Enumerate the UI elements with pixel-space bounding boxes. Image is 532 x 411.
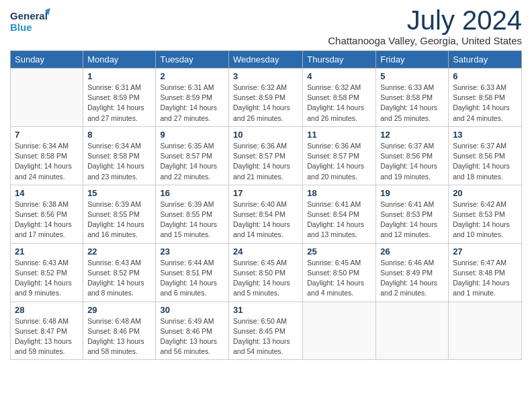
calendar-day-cell bbox=[376, 302, 449, 360]
day-number: 23 bbox=[160, 246, 224, 257]
weekday-header: Saturday bbox=[449, 51, 522, 68]
calendar-day-cell: 23Sunrise: 6:44 AM Sunset: 8:51 PM Dayli… bbox=[156, 243, 229, 302]
month-title: July 2024 bbox=[328, 7, 522, 34]
day-number: 14 bbox=[15, 188, 79, 198]
title-block: July 2024 Chattanooga Valley, Georgia, U… bbox=[328, 7, 522, 46]
day-info: Sunrise: 6:41 AM Sunset: 8:54 PM Dayligh… bbox=[307, 199, 371, 240]
day-number: 12 bbox=[380, 130, 444, 140]
day-info: Sunrise: 6:34 AM Sunset: 8:58 PM Dayligh… bbox=[87, 141, 151, 182]
location: Chattanooga Valley, Georgia, United Stat… bbox=[328, 35, 522, 46]
day-info: Sunrise: 6:40 AM Sunset: 8:54 PM Dayligh… bbox=[233, 199, 298, 240]
day-info: Sunrise: 6:41 AM Sunset: 8:53 PM Dayligh… bbox=[380, 199, 444, 240]
calendar-day-cell: 13Sunrise: 6:37 AM Sunset: 8:56 PM Dayli… bbox=[449, 126, 522, 185]
day-info: Sunrise: 6:31 AM Sunset: 8:59 PM Dayligh… bbox=[87, 83, 151, 124]
calendar-day-cell: 5Sunrise: 6:33 AM Sunset: 8:58 PM Daylig… bbox=[376, 68, 449, 127]
day-info: Sunrise: 6:39 AM Sunset: 8:55 PM Dayligh… bbox=[87, 199, 151, 240]
day-info: Sunrise: 6:48 AM Sunset: 8:46 PM Dayligh… bbox=[87, 316, 151, 357]
calendar-day-cell: 7Sunrise: 6:34 AM Sunset: 8:58 PM Daylig… bbox=[11, 126, 83, 185]
day-info: Sunrise: 6:35 AM Sunset: 8:57 PM Dayligh… bbox=[160, 141, 224, 182]
day-number: 1 bbox=[87, 71, 151, 81]
logo: General Blue bbox=[10, 7, 50, 36]
calendar-day-cell: 22Sunrise: 6:43 AM Sunset: 8:52 PM Dayli… bbox=[83, 243, 156, 302]
calendar-week-row: 14Sunrise: 6:38 AM Sunset: 8:56 PM Dayli… bbox=[11, 185, 522, 243]
day-number: 17 bbox=[233, 188, 298, 198]
calendar-day-cell: 15Sunrise: 6:39 AM Sunset: 8:55 PM Dayli… bbox=[83, 185, 156, 243]
calendar-week-row: 1Sunrise: 6:31 AM Sunset: 8:59 PM Daylig… bbox=[11, 68, 522, 127]
calendar-day-cell: 2Sunrise: 6:31 AM Sunset: 8:59 PM Daylig… bbox=[156, 68, 229, 127]
calendar-day-cell: 9Sunrise: 6:35 AM Sunset: 8:57 PM Daylig… bbox=[156, 126, 229, 185]
calendar-day-cell: 12Sunrise: 6:37 AM Sunset: 8:56 PM Dayli… bbox=[376, 126, 449, 185]
day-number: 21 bbox=[15, 246, 79, 257]
day-number: 20 bbox=[453, 188, 517, 198]
day-info: Sunrise: 6:38 AM Sunset: 8:56 PM Dayligh… bbox=[15, 199, 79, 240]
day-info: Sunrise: 6:37 AM Sunset: 8:56 PM Dayligh… bbox=[453, 141, 517, 182]
day-number: 19 bbox=[380, 188, 444, 198]
calendar-day-cell: 6Sunrise: 6:33 AM Sunset: 8:58 PM Daylig… bbox=[449, 68, 522, 127]
day-info: Sunrise: 6:33 AM Sunset: 8:58 PM Dayligh… bbox=[453, 83, 517, 124]
day-number: 3 bbox=[233, 71, 298, 81]
calendar-day-cell bbox=[11, 68, 83, 127]
day-number: 25 bbox=[307, 246, 371, 257]
day-number: 10 bbox=[233, 130, 298, 140]
weekday-header: Sunday bbox=[11, 51, 83, 68]
day-number: 5 bbox=[380, 71, 444, 81]
day-number: 18 bbox=[307, 188, 371, 198]
day-number: 13 bbox=[453, 130, 517, 140]
calendar-day-cell bbox=[303, 302, 376, 360]
day-info: Sunrise: 6:43 AM Sunset: 8:52 PM Dayligh… bbox=[87, 258, 151, 299]
day-info: Sunrise: 6:45 AM Sunset: 8:50 PM Dayligh… bbox=[233, 258, 298, 299]
day-info: Sunrise: 6:42 AM Sunset: 8:53 PM Dayligh… bbox=[453, 199, 517, 240]
day-number: 4 bbox=[307, 71, 371, 81]
day-info: Sunrise: 6:44 AM Sunset: 8:51 PM Dayligh… bbox=[160, 258, 224, 299]
day-number: 8 bbox=[87, 130, 151, 140]
day-info: Sunrise: 6:37 AM Sunset: 8:56 PM Dayligh… bbox=[380, 141, 444, 182]
day-number: 2 bbox=[160, 71, 224, 81]
calendar-table: SundayMondayTuesdayWednesdayThursdayFrid… bbox=[10, 50, 522, 360]
calendar-day-cell: 8Sunrise: 6:34 AM Sunset: 8:58 PM Daylig… bbox=[83, 126, 156, 185]
day-info: Sunrise: 6:36 AM Sunset: 8:57 PM Dayligh… bbox=[233, 141, 298, 182]
calendar-day-cell: 27Sunrise: 6:47 AM Sunset: 8:48 PM Dayli… bbox=[449, 243, 522, 302]
day-info: Sunrise: 6:46 AM Sunset: 8:49 PM Dayligh… bbox=[380, 258, 444, 299]
day-info: Sunrise: 6:48 AM Sunset: 8:47 PM Dayligh… bbox=[15, 316, 79, 357]
day-number: 26 bbox=[380, 246, 444, 257]
calendar-day-cell: 21Sunrise: 6:43 AM Sunset: 8:52 PM Dayli… bbox=[11, 243, 83, 302]
page-container: General Blue July 2024 Chattanooga Valle… bbox=[0, 0, 532, 367]
weekday-header: Monday bbox=[83, 51, 156, 68]
day-info: Sunrise: 6:49 AM Sunset: 8:46 PM Dayligh… bbox=[160, 316, 224, 357]
day-number: 7 bbox=[15, 130, 79, 140]
calendar-day-cell: 3Sunrise: 6:32 AM Sunset: 8:59 PM Daylig… bbox=[229, 68, 303, 127]
day-number: 30 bbox=[160, 305, 224, 315]
calendar-day-cell: 30Sunrise: 6:49 AM Sunset: 8:46 PM Dayli… bbox=[156, 302, 229, 360]
day-info: Sunrise: 6:39 AM Sunset: 8:55 PM Dayligh… bbox=[160, 199, 224, 240]
calendar-day-cell: 1Sunrise: 6:31 AM Sunset: 8:59 PM Daylig… bbox=[83, 68, 156, 127]
svg-text:Blue: Blue bbox=[10, 21, 32, 33]
day-number: 16 bbox=[160, 188, 224, 198]
day-info: Sunrise: 6:33 AM Sunset: 8:58 PM Dayligh… bbox=[380, 83, 444, 124]
day-number: 22 bbox=[87, 246, 151, 257]
day-number: 28 bbox=[15, 305, 79, 315]
calendar-day-cell bbox=[449, 302, 522, 360]
day-info: Sunrise: 6:43 AM Sunset: 8:52 PM Dayligh… bbox=[15, 258, 79, 299]
calendar-day-cell: 14Sunrise: 6:38 AM Sunset: 8:56 PM Dayli… bbox=[11, 185, 83, 243]
calendar-day-cell: 20Sunrise: 6:42 AM Sunset: 8:53 PM Dayli… bbox=[449, 185, 522, 243]
calendar-day-cell: 16Sunrise: 6:39 AM Sunset: 8:55 PM Dayli… bbox=[156, 185, 229, 243]
calendar-day-cell: 29Sunrise: 6:48 AM Sunset: 8:46 PM Dayli… bbox=[83, 302, 156, 360]
calendar-week-row: 28Sunrise: 6:48 AM Sunset: 8:47 PM Dayli… bbox=[11, 302, 522, 360]
svg-text:General: General bbox=[10, 10, 48, 21]
day-number: 15 bbox=[87, 188, 151, 198]
day-info: Sunrise: 6:47 AM Sunset: 8:48 PM Dayligh… bbox=[453, 258, 517, 299]
calendar-day-cell: 17Sunrise: 6:40 AM Sunset: 8:54 PM Dayli… bbox=[229, 185, 303, 243]
calendar-day-cell: 25Sunrise: 6:45 AM Sunset: 8:50 PM Dayli… bbox=[303, 243, 376, 302]
calendar-day-cell: 11Sunrise: 6:36 AM Sunset: 8:57 PM Dayli… bbox=[303, 126, 376, 185]
calendar-day-cell: 24Sunrise: 6:45 AM Sunset: 8:50 PM Dayli… bbox=[229, 243, 303, 302]
weekday-header: Thursday bbox=[303, 51, 376, 68]
day-number: 29 bbox=[87, 305, 151, 315]
day-info: Sunrise: 6:34 AM Sunset: 8:58 PM Dayligh… bbox=[15, 141, 79, 182]
calendar-day-cell: 31Sunrise: 6:50 AM Sunset: 8:45 PM Dayli… bbox=[229, 302, 303, 360]
day-info: Sunrise: 6:32 AM Sunset: 8:58 PM Dayligh… bbox=[307, 83, 371, 124]
day-info: Sunrise: 6:50 AM Sunset: 8:45 PM Dayligh… bbox=[233, 316, 298, 357]
day-number: 27 bbox=[453, 246, 517, 257]
logo-svg: General Blue bbox=[10, 7, 50, 36]
day-number: 11 bbox=[307, 130, 371, 140]
calendar-day-cell: 19Sunrise: 6:41 AM Sunset: 8:53 PM Dayli… bbox=[376, 185, 449, 243]
